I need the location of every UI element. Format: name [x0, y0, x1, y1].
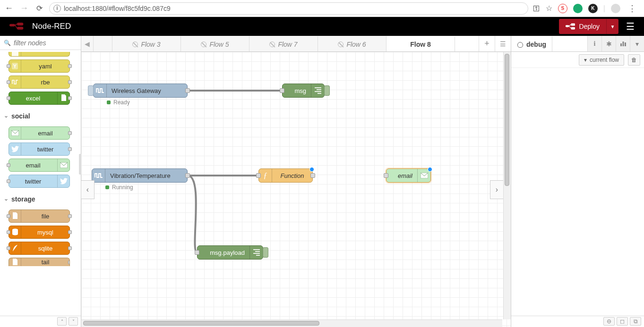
- key-icon[interactable]: ⚿: [533, 4, 540, 12]
- browser-menu-icon[interactable]: ⋮: [626, 3, 638, 14]
- palette-node-label: excel: [9, 95, 57, 102]
- svg-rect-3: [566, 25, 569, 27]
- tab-flow-7[interactable]: Flow 7: [249, 36, 318, 51]
- palette-node-excel[interactable]: excel: [9, 92, 70, 105]
- debug-icon: [311, 84, 324, 97]
- node-button[interactable]: [324, 85, 330, 96]
- feather-icon: [9, 242, 21, 254]
- sidebar-chart-button[interactable]: [616, 36, 630, 51]
- list-flows-button[interactable]: ☰: [495, 36, 511, 51]
- add-flow-button[interactable]: +: [479, 36, 495, 51]
- footer-button-1[interactable]: ⊖: [603, 317, 615, 326]
- palette-node-email-in[interactable]: email: [9, 126, 70, 140]
- palette-node-label: twitter: [9, 178, 57, 185]
- node-wireless-gateway[interactable]: Wireless Gateway Ready: [93, 84, 188, 98]
- palette-node-twitter-out[interactable]: twitter: [9, 175, 70, 188]
- palette-node-email-out[interactable]: email: [9, 159, 70, 172]
- flow-canvas[interactable]: Wireless Gateway Ready msg Vibration/Tem…: [81, 52, 511, 327]
- canvas-nav-left[interactable]: ‹: [81, 180, 94, 199]
- node-email[interactable]: email: [386, 168, 431, 183]
- address-bar[interactable]: i localhost:1880/#flow/f8c5fd9c.087c9: [49, 2, 528, 15]
- node-vibration-temperature[interactable]: Vibration/Temperature Running: [92, 168, 188, 183]
- palette-node-label: email: [21, 130, 69, 137]
- palette-footer: ˄ ˅: [0, 316, 81, 327]
- svg-rect-12: [622, 42, 624, 46]
- footer-popout-button[interactable]: ⧉: [630, 317, 641, 326]
- tab-flow-5[interactable]: Flow 5: [181, 36, 249, 51]
- forward-button[interactable]: →: [19, 3, 29, 14]
- svg-rect-11: [620, 43, 622, 46]
- palette-node-tail[interactable]: tail: [9, 258, 70, 266]
- palette-node-twitter-in[interactable]: twitter: [9, 143, 70, 156]
- palette-node-label: tail: [21, 259, 69, 266]
- sidebar-tab-debug[interactable]: debug: [511, 36, 552, 51]
- palette-node-yaml[interactable]: Y yaml: [9, 59, 70, 73]
- deploy-button-group: Deploy ▼: [559, 19, 618, 34]
- extension-icon-2[interactable]: [573, 4, 583, 13]
- debug-filter-button[interactable]: ▾ current flow: [579, 54, 624, 66]
- filter-nodes-input[interactable]: [13, 39, 77, 47]
- tab-flow-6[interactable]: Flow 6: [318, 36, 386, 51]
- svg-rect-6: [12, 52, 18, 57]
- extension-icon-1[interactable]: S: [558, 4, 567, 13]
- debug-clear-button[interactable]: 🗑: [628, 54, 640, 66]
- app-title: Node-RED: [32, 22, 71, 31]
- sidebar-info-button[interactable]: i: [587, 36, 601, 51]
- deploy-button[interactable]: Deploy: [559, 19, 606, 34]
- tabs-scroll-left[interactable]: ◀: [81, 36, 94, 51]
- node-label: Vibration/Temperature: [105, 172, 187, 179]
- function-icon: ƒ: [259, 169, 272, 182]
- workspace: ◀ Flow 3 Flow 5 Flow 7 Flow 6 Flow 8 + ☰: [81, 36, 511, 327]
- canvas-nav-right[interactable]: ›: [490, 180, 503, 199]
- reload-button[interactable]: ⟳: [34, 3, 44, 14]
- search-icon: 🔍: [4, 40, 11, 46]
- tab-flow-3[interactable]: Flow 3: [112, 36, 181, 51]
- debug-message-list: [511, 68, 644, 316]
- app-header: Node-RED Deploy ▼ ☰: [0, 17, 644, 36]
- footer-button-2[interactable]: ◻: [617, 317, 628, 326]
- sidebar-menu-button[interactable]: ▾: [630, 36, 644, 51]
- node-button[interactable]: [88, 85, 94, 96]
- node-button[interactable]: [263, 247, 268, 258]
- disabled-icon: [269, 42, 275, 47]
- rbe-icon: [9, 76, 21, 88]
- extension-icon-3[interactable]: K: [588, 4, 598, 13]
- bookmark-icon[interactable]: ☆: [546, 4, 552, 13]
- filter-icon: ▾: [584, 57, 587, 63]
- sidebar-tabs: debug i ✱ ▾: [511, 36, 644, 52]
- node-msg-debug[interactable]: msg: [282, 84, 325, 98]
- node-status: Ready: [107, 99, 130, 106]
- palette-category-social[interactable]: social: [0, 108, 81, 124]
- file-icon: [9, 210, 21, 222]
- flow-tabbar: ◀ Flow 3 Flow 5 Flow 7 Flow 6 Flow 8 + ☰: [81, 36, 511, 52]
- node-function[interactable]: ƒ Function: [258, 168, 313, 183]
- palette-node-sqlite[interactable]: sqlite: [9, 242, 70, 255]
- canvas-scrollbar-vertical[interactable]: [503, 52, 511, 319]
- node-msg-payload-debug[interactable]: msg.payload: [197, 245, 263, 260]
- palette-node-file[interactable]: file: [9, 210, 70, 223]
- site-info-icon[interactable]: i: [53, 5, 61, 12]
- node-label: Function: [272, 172, 312, 179]
- palette-node-partial[interactable]: [9, 52, 70, 57]
- sidebar-footer: ⊖ ◻ ⧉: [511, 316, 644, 327]
- main-menu-button[interactable]: ☰: [626, 21, 635, 32]
- tab-flow-8[interactable]: Flow 8: [386, 36, 455, 51]
- envelope-icon: [9, 127, 21, 139]
- deploy-menu-button[interactable]: ▼: [606, 19, 618, 34]
- palette-collapse-button[interactable]: ˄: [57, 317, 67, 326]
- profile-avatar[interactable]: [611, 4, 620, 13]
- palette-node-label: twitter: [21, 146, 69, 153]
- palette-node-mysql[interactable]: mysql: [9, 226, 70, 239]
- twitter-icon: [9, 143, 21, 155]
- palette-expand-button[interactable]: ˅: [69, 317, 78, 326]
- disabled-icon: [338, 42, 343, 47]
- twitter-icon: [57, 175, 69, 187]
- palette-node-rbe[interactable]: rbe: [9, 75, 70, 89]
- canvas-scrollbar-horizontal[interactable]: [81, 319, 502, 327]
- back-button[interactable]: ←: [4, 3, 14, 14]
- sidebar-debug-button[interactable]: ✱: [601, 36, 616, 51]
- palette-node-label: mysql: [21, 229, 69, 236]
- browser-toolbar: ← → ⟳ i localhost:1880/#flow/f8c5fd9c.08…: [0, 0, 644, 17]
- debug-icon: [249, 246, 263, 259]
- palette-category-storage[interactable]: storage: [0, 191, 81, 207]
